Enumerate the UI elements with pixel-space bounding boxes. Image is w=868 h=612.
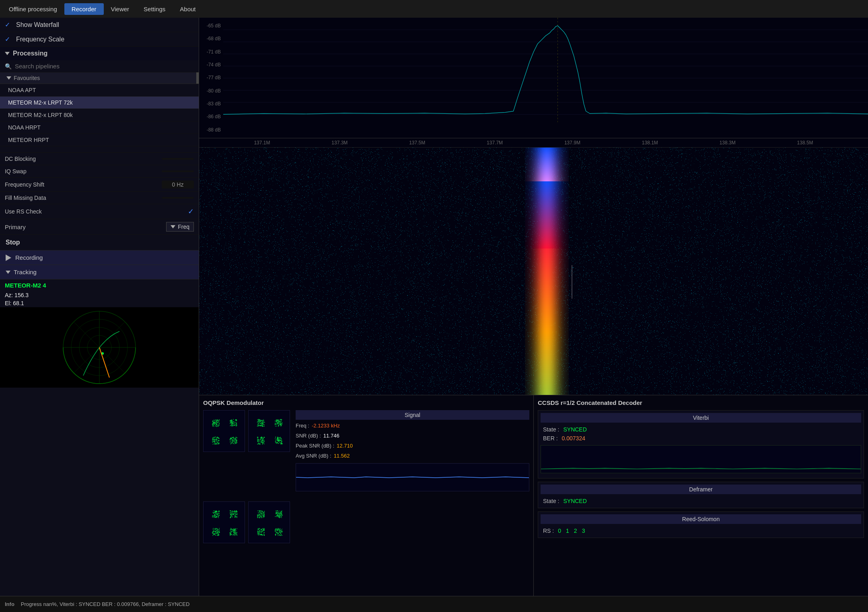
dc-blocking-row: DC Blocking — [0, 153, 199, 165]
deframer-state-row: State : SYNCED — [541, 497, 861, 505]
waterfall-canvas — [199, 148, 868, 395]
constellation-cell-4 — [248, 501, 290, 543]
menu-settings[interactable]: Settings — [136, 3, 173, 15]
pipeline-noaa-hrpt[interactable]: NOAA HRPT — [0, 121, 199, 134]
viterbi-title: Viterbi — [541, 413, 861, 423]
tracking-row[interactable]: Tracking — [0, 265, 199, 279]
peak-snr-row: Peak SNR (dB) : 12.710 — [296, 442, 529, 450]
freq-label-2: 137.5M — [409, 140, 425, 146]
search-input[interactable] — [15, 63, 194, 70]
status-bar: Info Progress nan%, Viterbi : SYNCED BER… — [0, 596, 868, 612]
info-label: Info — [5, 601, 14, 607]
viterbi-ber-row: BER : 0.007324 — [541, 434, 861, 443]
tracking-label: Tracking — [14, 269, 37, 275]
viterbi-state-label: State : — [543, 426, 559, 433]
snr-row-label: SNR (dB) : — [296, 433, 321, 439]
viterbi-state-row: State : SYNCED — [541, 425, 861, 434]
meteor-name: METEOR-M2 4 — [0, 279, 199, 291]
freq-label-6: 138.3M — [720, 140, 736, 146]
constellation-cell-1 — [203, 410, 245, 452]
peak-snr-value: 12.710 — [337, 443, 353, 449]
freq-select-label: Freq — [178, 224, 189, 230]
fav-triangle — [6, 76, 11, 80]
db-label-1: -65 dB — [199, 23, 223, 29]
constellation-cell-2 — [248, 410, 290, 452]
freq-labels-bar: 137.1M 137.3M 137.5M 137.7M 137.9M 138.1… — [199, 138, 868, 148]
snr-row-value: 11.746 — [323, 433, 339, 439]
avg-snr-value: 11.562 — [334, 453, 350, 459]
radar-display — [59, 307, 140, 388]
favourites-label: Favourites — [14, 75, 40, 81]
primary-label: Primary — [5, 224, 162, 230]
fill-missing-row: Fill Missing Data — [0, 192, 199, 204]
rs-label: RS : — [543, 528, 554, 534]
pipeline-meteor-hrpt[interactable]: METEOR HRPT — [0, 134, 199, 146]
freq-label-7: 138.5M — [797, 140, 813, 146]
db-label-3: -71 dB — [199, 49, 223, 55]
meteor-el: El: 68.1 — [0, 299, 199, 307]
pipeline-meteor-80k[interactable]: METEOR M2-x LRPT 80k — [0, 109, 199, 121]
menu-recorder[interactable]: Recorder — [64, 3, 104, 15]
rs-title: Reed-Solomon — [541, 514, 861, 524]
freq-label-1: 137.3M — [331, 140, 348, 146]
favourites-header[interactable]: Favourites — [0, 72, 199, 84]
freq-row-value: -2.1233 kHz — [312, 423, 340, 429]
freq-label-4: 137.9M — [564, 140, 580, 146]
primary-row: Primary Freq — [0, 219, 199, 235]
pipeline-noaa-apt[interactable]: NOAA APT — [0, 84, 199, 97]
db-label-8: -86 dB — [199, 114, 223, 119]
oqpsk-title: OQPSK Demodulator — [203, 399, 529, 406]
db-labels: -65 dB -68 dB -71 dB -74 dB -77 dB -80 d… — [199, 18, 223, 138]
freq-scale-check: ✓ — [5, 35, 13, 43]
signal-panel: Signal Freq : -2.1233 kHz SNR (dB) : 11.… — [296, 410, 529, 591]
rs-num-2: 2 — [574, 528, 577, 534]
dc-blocking-label: DC Blocking — [5, 156, 158, 162]
rs-row: RS : 0 1 2 3 — [541, 526, 861, 535]
right-panel: -65 dB -68 dB -71 dB -74 dB -77 dB -80 d… — [199, 18, 868, 596]
freq-label-3: 137.7M — [487, 140, 503, 146]
fill-missing-value — [162, 197, 194, 199]
freq-scale-row[interactable]: ✓ Frequency Scale — [0, 32, 199, 47]
show-waterfall-label: Show Waterfall — [16, 21, 59, 29]
menu-about[interactable]: About — [173, 3, 203, 15]
deframer-section: Deframer State : SYNCED — [538, 482, 864, 508]
freq-label-5: 138.1M — [642, 140, 658, 146]
play-icon — [6, 255, 11, 261]
show-waterfall-row[interactable]: ✓ Show Waterfall — [0, 18, 199, 32]
constellation-cell-3 — [203, 501, 245, 543]
rs-check-label: Use RS Check — [5, 208, 185, 215]
ber-graph — [541, 445, 861, 473]
freq-row: Freq : -2.1233 kHz — [296, 421, 529, 430]
spectrum-area: -65 dB -68 dB -71 dB -74 dB -77 dB -80 d… — [199, 18, 868, 395]
oqpsk-content: Signal Freq : -2.1233 kHz SNR (dB) : 11.… — [203, 410, 529, 591]
freq-select-triangle — [171, 225, 175, 228]
dc-blocking-value — [162, 158, 194, 160]
viterbi-section: Viterbi State : SYNCED BER : 0.007324 — [538, 410, 864, 479]
svg-line-9 — [99, 347, 109, 378]
ccsds-title: CCSDS r=1/2 Concatenated Decoder — [538, 399, 864, 406]
snr-graph — [296, 463, 529, 491]
pipeline-meteor-72k[interactable]: METEOR M2-x LRPT 72k — [0, 97, 199, 109]
menu-offline[interactable]: Offline processing — [2, 3, 64, 15]
freq-label-0: 137.1M — [254, 140, 270, 146]
rs-check-row: Use RS Check ✓ — [0, 204, 199, 219]
constellation-grid — [203, 410, 292, 591]
peak-snr-label: Peak SNR (dB) : — [296, 443, 334, 449]
fav-scrollbar[interactable] — [196, 72, 199, 84]
rs-num-1: 1 — [566, 528, 569, 534]
menu-viewer[interactable]: Viewer — [104, 3, 137, 15]
main-layout: ✓ Show Waterfall ✓ Frequency Scale Proce… — [0, 18, 868, 596]
deframer-title: Deframer — [541, 485, 861, 494]
avg-snr-row: Avg SNR (dB) : 11.562 — [296, 452, 529, 460]
processing-header[interactable]: Processing — [0, 47, 199, 60]
spacer1 — [0, 146, 199, 153]
rs-num-3: 3 — [582, 528, 585, 534]
show-waterfall-check: ✓ — [5, 21, 13, 29]
spectrum-svg — [223, 18, 868, 122]
iq-swap-label: IQ Swap — [5, 168, 158, 175]
iq-swap-value — [162, 170, 194, 172]
stop-button[interactable]: Stop — [0, 235, 199, 251]
freq-select[interactable]: Freq — [166, 222, 194, 232]
recording-row[interactable]: Recording — [0, 251, 199, 265]
recording-label: Recording — [15, 254, 43, 261]
